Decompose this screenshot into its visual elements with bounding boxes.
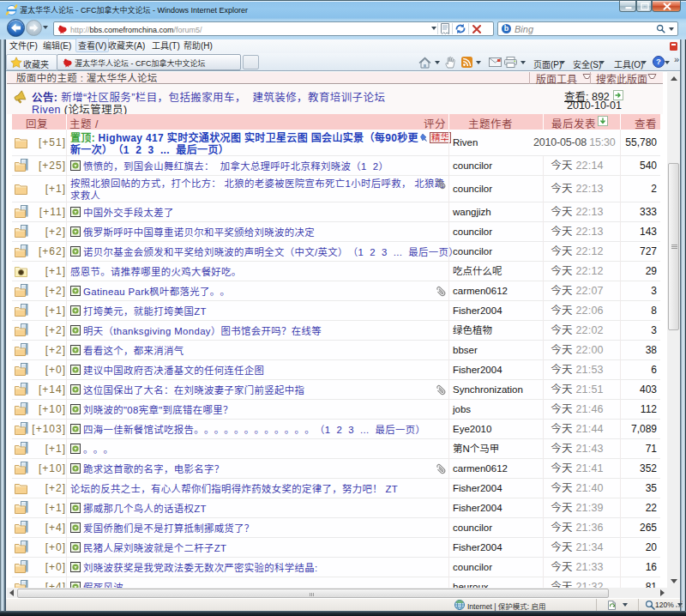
svg-text:?: ? xyxy=(656,57,661,66)
